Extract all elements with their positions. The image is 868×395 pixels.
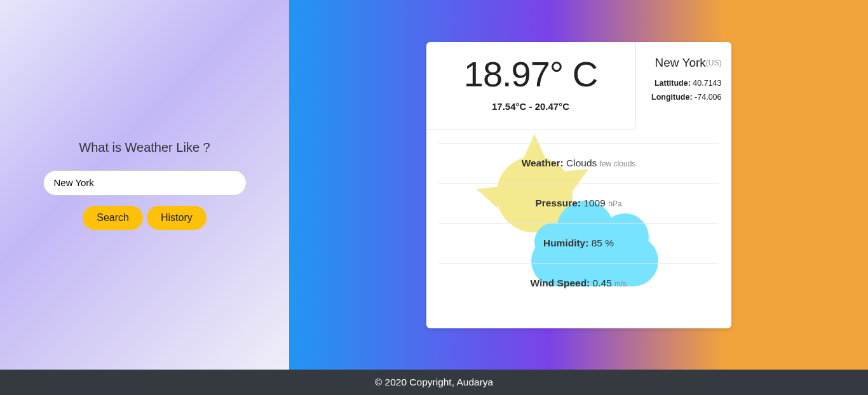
pressure-row: Pressure: 1009 hPa: [439, 183, 719, 223]
pressure-unit: hPa: [608, 199, 621, 208]
wind-row: Wind Speed: 0.45 m/s: [439, 263, 719, 303]
footer-text: © 2020 Copyright, Audarya: [375, 377, 493, 388]
temperature-range: 17.54°C - 20.47°C: [445, 101, 616, 112]
details-section: Weather: Clouds few clouds Pressure: 100…: [426, 130, 731, 328]
weather-row: Weather: Clouds few clouds: [439, 143, 719, 183]
history-button[interactable]: History: [147, 206, 207, 230]
search-panel: What is Weather Like ? Search History: [0, 0, 289, 370]
longitude-value: -74.006: [693, 93, 722, 102]
weather-label: Weather:: [522, 157, 564, 168]
latitude-label: Lattitude:: [654, 79, 691, 88]
results-panel: 18.97° C 17.54°C - 20.47°C New York(US) …: [289, 0, 868, 370]
temperature-section: 18.97° C 17.54°C - 20.47°C: [426, 42, 636, 130]
pressure-label: Pressure:: [536, 198, 581, 208]
weather-card: 18.97° C 17.54°C - 20.47°C New York(US) …: [426, 42, 731, 328]
wind-value: 0.45: [590, 278, 614, 288]
current-temperature: 18.97° C: [445, 53, 616, 95]
pressure-value: 1009: [581, 198, 608, 208]
wind-label: Wind Speed:: [531, 278, 590, 288]
weather-value: Clouds: [564, 157, 600, 168]
city-name: New York: [655, 56, 706, 69]
main-container: What is Weather Like ? Search History: [0, 0, 868, 370]
longitude-label: Longitude:: [651, 93, 693, 102]
country-code: (US): [706, 58, 722, 67]
humidity-label: Humidity:: [543, 238, 588, 248]
latitude: Lattitude: 40.7143: [646, 79, 722, 88]
card-top: 18.97° C 17.54°C - 20.47°C New York(US) …: [426, 42, 731, 130]
button-row: Search History: [83, 206, 206, 230]
search-title: What is Weather Like ?: [79, 140, 210, 155]
search-button[interactable]: Search: [83, 206, 143, 230]
weather-desc: few clouds: [600, 159, 636, 168]
city-line: New York(US): [646, 56, 722, 70]
longitude: Longitude: -74.006: [646, 93, 722, 102]
wind-unit: m/s: [614, 279, 627, 288]
location-section: New York(US) Lattitude: 40.7143 Longitud…: [636, 42, 731, 130]
humidity-value: 85 %: [588, 238, 614, 248]
latitude-value: 40.7143: [691, 79, 722, 88]
city-search-input[interactable]: [43, 170, 247, 196]
footer: © 2020 Copyright, Audarya: [0, 370, 868, 395]
humidity-row: Humidity: 85 %: [439, 223, 719, 263]
